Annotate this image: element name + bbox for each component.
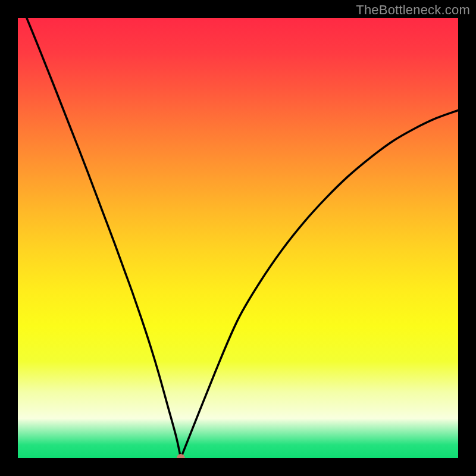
plot-area	[18, 18, 458, 458]
gradient-background	[18, 18, 458, 458]
chart-svg	[18, 18, 458, 458]
chart-frame: TheBottleneck.com	[0, 0, 476, 476]
watermark-text: TheBottleneck.com	[356, 2, 470, 18]
